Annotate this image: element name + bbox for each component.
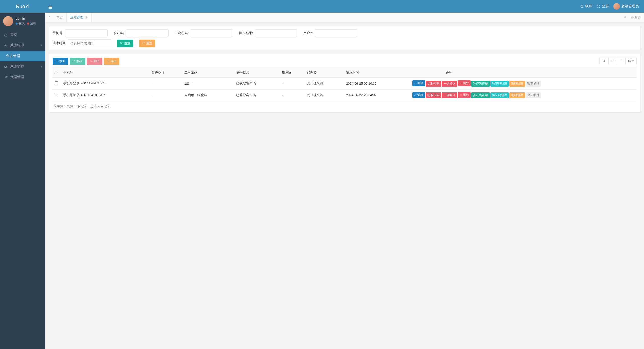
cell-userip: - — [280, 78, 305, 89]
avatar — [613, 3, 620, 10]
cell-time: 2024-06-25 06:10:35 — [344, 78, 410, 89]
hamburger-icon — [49, 7, 52, 8]
sidebar-item-agent[interactable]: 代理管理 — [0, 72, 45, 82]
tab-label: 鱼儿管理 — [70, 13, 83, 22]
tabs-bar: 首页 鱼儿管理 ⊗ 刷新 — [45, 13, 644, 23]
col-result: 操作结果 — [234, 68, 280, 78]
export-button[interactable]: 导出 — [104, 58, 119, 65]
cell-agent: 无代理来源 — [305, 78, 344, 89]
cell-actions: 编辑提取代码一键登入删除验证码正确验证码错误密码错误验证通过 — [410, 78, 637, 89]
tab-home[interactable]: 首页 — [53, 13, 67, 22]
cell-remark: - — [149, 78, 182, 89]
logout-link[interactable]: 注销 — [30, 21, 36, 26]
caret-down-icon: ▼ — [632, 60, 634, 62]
sidebar-username: admin — [16, 17, 36, 20]
table-toolbar: 添加 修改 删除 导出 — [53, 57, 637, 65]
sidebar-item-label: 首页 — [10, 33, 17, 37]
cell-pwd2: 1234 — [182, 78, 234, 89]
edit-icon — [73, 60, 75, 62]
row-captcha-bad-button[interactable]: 验证码错误 — [490, 92, 509, 98]
select-all-checkbox[interactable] — [55, 71, 58, 74]
row-captcha-ok-button[interactable]: 验证码正确 — [471, 92, 490, 98]
reset-button[interactable]: 重置 — [139, 40, 155, 47]
fullscreen-label: 全屏 — [602, 4, 609, 9]
search-icon — [120, 42, 123, 45]
table-search-button[interactable] — [600, 57, 608, 65]
row-extract-button[interactable]: 提取代码 — [426, 92, 441, 98]
cell-phone: 手机号登录|+66 9 9410 9787 — [61, 89, 149, 101]
svg-point-1 — [5, 45, 6, 46]
row-edit-button[interactable]: 编辑 — [412, 92, 425, 98]
table-footer: 显示第 1 到第 2 条记录，总共 2 条记录 — [53, 101, 637, 109]
chevron-left-icon: ‹ — [41, 44, 42, 47]
tabs-refresh[interactable]: 刷新 — [628, 15, 644, 20]
sidebar-item-label: 系统管理 — [10, 43, 24, 48]
row-delete-button[interactable]: 删除 — [458, 92, 471, 98]
row-pwd-bad-button[interactable]: 密码错误 — [509, 92, 525, 98]
search-button-label: 搜索 — [124, 41, 130, 46]
lock-screen-button[interactable]: 锁屏 — [580, 4, 592, 9]
video-icon — [4, 65, 8, 68]
sidebar-item-fish[interactable]: 鱼儿管理 — [0, 51, 45, 61]
table-row: 手机号登录|+60 1128471361-1234已获取客户码-无代理来源202… — [53, 78, 637, 89]
user-menu[interactable]: 超级管理员 — [613, 3, 639, 10]
sidebar-item-home[interactable]: 首页 — [0, 30, 45, 40]
list-icon — [620, 59, 623, 63]
row-verify-pass-button[interactable]: 验证通过 — [526, 81, 541, 87]
secondpwd-input[interactable] — [190, 29, 233, 37]
row-checkbox[interactable] — [55, 81, 58, 85]
user-display-name: 超级管理员 — [621, 4, 639, 9]
tabs-next[interactable] — [622, 15, 628, 20]
reqtime-input[interactable] — [68, 39, 111, 47]
row-onekey-button[interactable]: 一键登入 — [442, 81, 457, 87]
label-secondpwd: 二次密码: — [175, 31, 189, 35]
label-userip: 用户ip: — [303, 31, 313, 35]
table-refresh-button[interactable] — [608, 57, 617, 65]
cell-actions: 编辑提取代码一键登入删除验证码正确验证码错误密码错误验证通过 — [410, 89, 637, 101]
row-captcha-ok-button[interactable]: 验证码正确 — [471, 81, 490, 87]
search-button[interactable]: 搜索 — [117, 40, 133, 47]
col-userip: 用户ip — [280, 68, 305, 78]
fullscreen-icon — [597, 5, 600, 8]
refresh-icon — [611, 59, 615, 63]
row-verify-pass-button[interactable]: 验证通过 — [526, 92, 541, 98]
close-icon — [90, 60, 92, 62]
cell-result: 已获取客户码 — [234, 78, 280, 89]
sidebar-item-system[interactable]: 系统管理 ‹ — [0, 40, 45, 51]
double-chevron-left-icon — [48, 16, 51, 19]
refresh-icon — [631, 16, 634, 19]
label-reqtime: 请求时间: — [53, 41, 67, 46]
edit-icon — [414, 94, 417, 96]
close-icon — [460, 82, 462, 85]
col-pwd2: 二次密码 — [182, 68, 234, 78]
userip-input[interactable] — [315, 29, 357, 37]
row-edit-button[interactable]: 编辑 — [412, 80, 425, 86]
sidebar-item-label: 鱼儿管理 — [6, 54, 20, 58]
row-delete-button[interactable]: 删除 — [458, 80, 471, 86]
sidebar-item-monitor[interactable]: 系统监控 ‹ — [0, 61, 45, 72]
table-columns-button[interactable] — [617, 57, 625, 65]
close-icon[interactable]: ⊗ — [85, 13, 88, 22]
fullscreen-button[interactable]: 全屏 — [597, 4, 609, 9]
add-button[interactable]: 添加 — [53, 58, 68, 65]
delete-button[interactable]: 删除 — [87, 58, 102, 65]
row-extract-button[interactable]: 提取代码 — [426, 81, 441, 87]
captcha-input[interactable] — [126, 29, 169, 37]
edit-button[interactable]: 修改 — [70, 58, 85, 65]
row-pwd-bad-button[interactable]: 密码错误 — [509, 81, 525, 87]
cell-result: 已获取客户码 — [234, 89, 280, 101]
result-input[interactable] — [255, 29, 297, 37]
tabs-prev[interactable] — [46, 16, 53, 19]
phone-input[interactable] — [65, 29, 108, 37]
row-checkbox[interactable] — [55, 93, 58, 96]
avatar — [3, 16, 13, 26]
app-logo: RuoYi — [0, 0, 45, 13]
table-panel: 添加 修改 删除 导出 — [49, 54, 640, 113]
row-onekey-button[interactable]: 一键登入 — [442, 92, 457, 98]
tab-fish-manage[interactable]: 鱼儿管理 ⊗ — [67, 13, 92, 22]
table-grid-button[interactable]: ▼ — [625, 57, 636, 65]
online-dot-icon — [16, 23, 18, 25]
sidebar-toggle[interactable] — [45, 5, 55, 8]
row-captcha-bad-button[interactable]: 验证码错误 — [490, 81, 509, 87]
label-result: 操作结果: — [239, 31, 253, 35]
